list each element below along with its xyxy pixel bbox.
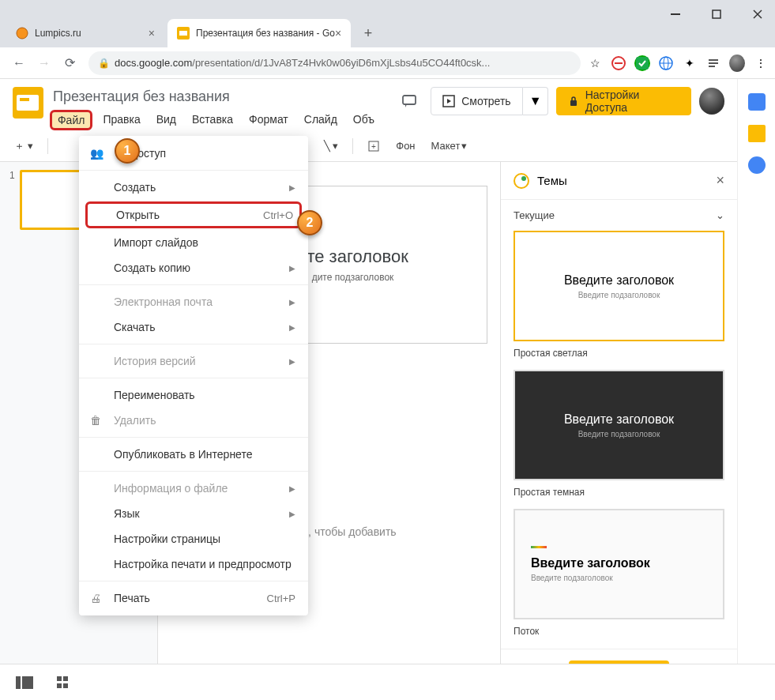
theme-preview-title: Введите заголовок	[564, 273, 674, 288]
menu-item-make-copy[interactable]: Создать копию▶	[79, 255, 308, 280]
slide-subtitle-placeholder[interactable]: дите подзаголовок	[312, 272, 394, 283]
tab-close-icon[interactable]: ×	[149, 27, 155, 40]
keep-icon[interactable]	[748, 125, 766, 142]
submenu-arrow-icon: ▶	[289, 510, 295, 518]
new-slide-button[interactable]: ＋ ▾	[9, 136, 38, 156]
submenu-arrow-icon: ▶	[289, 484, 295, 493]
profile-avatar-icon[interactable]	[729, 55, 745, 71]
extensions-icon[interactable]: ✦	[682, 55, 698, 71]
reload-button[interactable]: ⟳	[57, 51, 82, 76]
theme-preview-title: Введите заголовок	[564, 412, 674, 427]
present-dropdown[interactable]: ▼	[523, 87, 549, 115]
theme-preview-title: Введите заголовок	[531, 556, 650, 570]
forward-button[interactable]: →	[32, 51, 57, 76]
check-icon[interactable]	[634, 55, 650, 71]
print-icon: 🖨	[90, 592, 101, 604]
slide-title-placeholder[interactable]: ите заголовок	[297, 247, 408, 267]
close-window-button[interactable]	[747, 3, 769, 25]
url-field[interactable]: 🔒 docs.google.com /presentation/d/1JvA8T…	[88, 51, 581, 75]
chevron-down-icon: ⌄	[716, 209, 724, 221]
theme-preview-sub: Введите подзаголовок	[531, 574, 613, 582]
menu-insert[interactable]: Вставка	[186, 110, 239, 130]
theme-option-flow[interactable]: Введите заголовок Введите подзаголовок	[514, 509, 724, 619]
menu-item-new[interactable]: Создать▶	[79, 175, 308, 200]
share-icon: 👥	[90, 147, 103, 160]
globe-icon[interactable]	[658, 55, 674, 71]
menu-item-publish[interactable]: Опубликовать в Интернете	[79, 442, 308, 467]
back-button[interactable]: ←	[6, 51, 32, 76]
themes-title: Темы	[537, 174, 716, 187]
svg-rect-3	[179, 31, 187, 36]
tab-favicon-slides	[177, 27, 190, 40]
flow-accent	[531, 546, 547, 548]
filmstrip-view-button[interactable]	[16, 676, 33, 689]
tasks-icon[interactable]	[748, 156, 766, 174]
present-button[interactable]: Смотреть	[431, 87, 522, 115]
adblock-icon[interactable]	[611, 55, 626, 71]
svg-rect-14	[709, 59, 718, 61]
account-avatar[interactable]	[699, 88, 724, 115]
submenu-arrow-icon: ▶	[289, 357, 295, 366]
line-tool[interactable]: ╲ ▾	[319, 137, 344, 155]
theme-option-dark[interactable]: Введите заголовок Введите подзаголовок	[514, 370, 724, 480]
themes-panel: Темы × Текущие ⌄ Введите заголовок Введи…	[500, 162, 737, 700]
close-panel-button[interactable]: ×	[716, 172, 724, 189]
browser-tab-lumpics[interactable]: Lumpics.ru ×	[6, 19, 164, 47]
tab-close-icon[interactable]: ×	[335, 27, 341, 40]
menu-item-download[interactable]: Скачать▶	[79, 314, 308, 340]
menu-edit[interactable]: Правка	[97, 110, 145, 130]
menu-item-rename[interactable]: Переименовать	[79, 382, 308, 408]
annotation-callout-2: 2	[297, 210, 322, 235]
menu-item-print[interactable]: 🖨 Печать Ctrl+P	[79, 585, 308, 611]
menu-file[interactable]: Файл	[50, 110, 92, 130]
theme-name: Простая темная	[514, 487, 724, 498]
menu-arrange[interactable]: Объ	[348, 110, 380, 130]
svg-rect-5	[713, 10, 720, 18]
slides-logo-icon[interactable]	[13, 87, 43, 119]
menu-item-delete: 🗑Удалить	[79, 408, 308, 433]
menu-view[interactable]: Вид	[151, 110, 182, 130]
tab-title: Презентация без названия - Go	[196, 28, 335, 39]
calendar-icon[interactable]	[748, 93, 766, 111]
textbox-tool[interactable]: +	[363, 137, 385, 156]
new-tab-button[interactable]: +	[357, 22, 379, 44]
menu-item-import-slides[interactable]: Импорт слайдов	[79, 230, 308, 255]
submenu-arrow-icon: ▶	[289, 183, 295, 192]
theme-option-light[interactable]: Введите заголовок Введите подзаголовок	[514, 231, 724, 341]
present-label: Смотреть	[461, 95, 510, 107]
comments-button[interactable]	[396, 87, 423, 115]
submenu-arrow-icon: ▶	[289, 323, 295, 332]
menu-slide[interactable]: Слайд	[299, 110, 343, 130]
menu-item-open[interactable]: Открыть Ctrl+O	[85, 201, 302, 228]
star-icon[interactable]: ☆	[587, 55, 603, 71]
menu-item-file-info: Информация о файле▶	[79, 476, 308, 501]
browser-menu-icon[interactable]: ⋮	[753, 55, 769, 71]
play-icon	[442, 95, 455, 107]
themes-section-toggle[interactable]: Текущие ⌄	[501, 200, 737, 231]
shortcut-label: Ctrl+O	[263, 209, 293, 221]
grid-view-button[interactable]	[57, 676, 70, 689]
svg-rect-15	[709, 62, 718, 64]
menu-item-print-setup[interactable]: Настройка печати и предпросмотр	[79, 551, 308, 577]
document-title[interactable]: Презентация без названия	[50, 87, 380, 107]
browser-tab-slides[interactable]: Презентация без названия - Go ×	[167, 19, 351, 47]
submenu-arrow-icon: ▶	[289, 264, 295, 273]
background-button[interactable]: Фон	[391, 137, 419, 155]
shortcut-label: Ctrl+P	[267, 593, 295, 604]
share-button[interactable]: Настройки Доступа	[556, 87, 690, 115]
lock-icon: 🔒	[98, 58, 110, 69]
reading-list-icon[interactable]	[705, 55, 721, 71]
menu-item-share[interactable]: 👥 Оь доступ	[79, 141, 308, 166]
trash-icon: 🗑	[90, 414, 101, 427]
layout-button[interactable]: Макет ▾	[427, 137, 472, 155]
menu-item-language[interactable]: Язык▶	[79, 501, 308, 526]
minimize-button[interactable]	[664, 3, 687, 25]
menu-item-page-setup[interactable]: Настройки страницы	[79, 526, 308, 551]
svg-rect-16	[709, 66, 715, 67]
palette-icon	[514, 173, 529, 189]
theme-preview-sub: Введите подзаголовок	[578, 430, 660, 438]
maximize-button[interactable]	[705, 3, 728, 25]
side-panel	[737, 79, 775, 700]
annotation-callout-1: 1	[115, 138, 140, 164]
menu-format[interactable]: Формат	[243, 110, 294, 130]
